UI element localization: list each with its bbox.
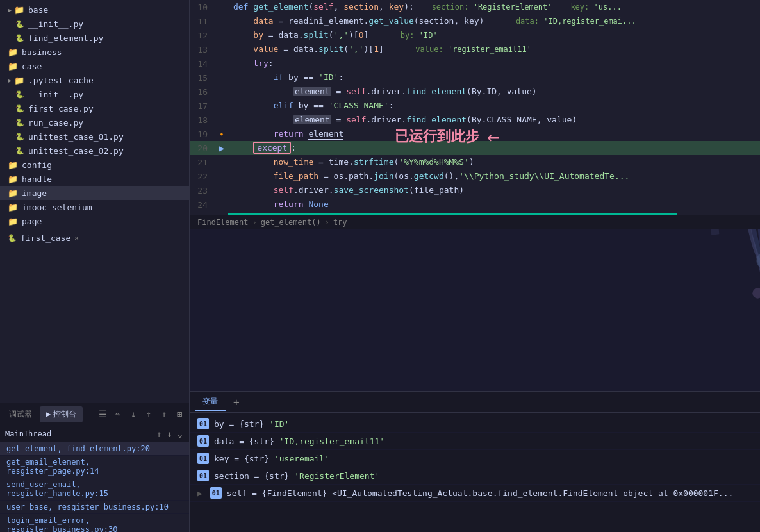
line-number: 17 (190, 101, 215, 111)
sidebar-item-label: first_case (21, 233, 70, 243)
thread-up-btn[interactable]: ↑ (155, 429, 163, 439)
line-number: 15 (190, 73, 215, 83)
call-item[interactable]: get_email_element, resgister_page.py:14 (0, 456, 189, 478)
line-number: 20 (190, 144, 215, 153)
sidebar-item-label: base (28, 5, 48, 15)
close-icon[interactable]: ✕ (74, 234, 79, 242)
var-expand-arrow[interactable]: ▶ (197, 488, 202, 498)
var-item-data[interactable]: 01 data = {str} 'ID,register_email11' (190, 433, 760, 450)
line-number: 23 (190, 186, 215, 195)
svg-point-1 (756, 253, 760, 268)
list-icon-btn[interactable]: ☰ (95, 407, 110, 421)
sidebar-item-unittest-01[interactable]: 🐍 unittest_case_01.py (0, 129, 189, 144)
sidebar-item-image[interactable]: 📁 image (0, 186, 189, 200)
sidebar-item-config[interactable]: 📁 config (0, 158, 189, 172)
breadcrumb-item[interactable]: FindElement (197, 218, 248, 227)
code-line-16: 16 element = self.driver.find_element(By… (190, 85, 760, 99)
breakpoint-icon: 🔸 (217, 130, 226, 138)
code-line-13: 13 value = data.split(',')[1] value: 're… (190, 42, 760, 56)
code-lines: 10 def get_element(self, section, key): … (190, 0, 760, 215)
call-item[interactable]: get_element, find_element.py:20 (0, 442, 189, 456)
thread-arrows: ↑ ↓ ⌄ (155, 429, 184, 439)
python-icon: 🐍 (15, 147, 24, 155)
sidebar-item-page[interactable]: 📁 page (0, 214, 189, 228)
console-tab-label: 控制台 (53, 409, 76, 420)
sidebar-item-handle[interactable]: 📁 handle (0, 172, 189, 186)
sidebar-item-label: imooc_selenium (22, 203, 92, 212)
sidebar-item-first-case-py[interactable]: 🐍 first_case.py (0, 101, 189, 115)
line-number: 12 (190, 31, 215, 40)
code-line-22: 22 file_path = os.path.join(os.getcwd(),… (190, 169, 760, 183)
call-item[interactable]: login_email_error, resgister_business.py… (0, 514, 189, 532)
debugger-tab[interactable]: 调试器 (3, 406, 38, 422)
call-item-label: user_base, resgister_business.py:10 (6, 503, 169, 511)
var-item-by[interactable]: 01 by = {str} 'ID' (190, 415, 760, 433)
bottom-panel: 变量 + 01 by = {str} 'ID' 01 data = {str} … (190, 391, 760, 532)
bottom-tab-bar: 变量 + (190, 392, 760, 413)
line-number: 14 (190, 59, 215, 69)
var-name: data = {str} 'ID,register_email11' (214, 436, 384, 446)
step-back-btn[interactable]: ↑ (157, 407, 171, 421)
code-line-12: 12 by = data.split(',')[0] by: 'ID' (190, 28, 760, 42)
current-line-icon: ▶ (219, 143, 224, 153)
step-out-btn[interactable]: ↑ (142, 407, 156, 421)
python-icon: 🐍 (15, 133, 24, 141)
var-type-icon: 01 (210, 487, 222, 499)
main-area: 10 def get_element(self, section, key): … (190, 0, 760, 532)
var-type-icon: 01 (197, 453, 209, 464)
console-tab[interactable]: ▶ 控制台 (40, 406, 83, 422)
var-name: self = {FindElement} <UI_AutomatedTestin… (227, 488, 734, 498)
python-icon: 🐍 (15, 104, 24, 113)
sidebar-item-imooc-selenium[interactable]: 📁 imooc_selenium (0, 200, 189, 214)
var-type-icon: 01 (197, 418, 209, 429)
sidebar-item-first-case-tab[interactable]: 🐍 first_case ✕ (0, 231, 189, 245)
step-over-btn[interactable]: ↷ (111, 407, 125, 421)
code-line-10: 10 def get_element(self, section, key): … (190, 0, 760, 14)
svg-point-2 (752, 288, 760, 298)
sidebar-item-label: business (22, 47, 62, 57)
line-number: 19 (190, 129, 215, 139)
sidebar-item-pytest-cache[interactable]: ▶ 📁 .pytest_cache (0, 73, 189, 87)
step-into-btn[interactable]: ↓ (126, 407, 140, 421)
call-item[interactable]: user_base, resgister_business.py:10 (0, 501, 189, 514)
thread-expand-btn[interactable]: ⌄ (176, 429, 184, 439)
code-line-14: 14 try: (190, 56, 760, 71)
code-content: data = readini_element.get_value(section… (228, 14, 760, 28)
sidebar-item-base[interactable]: ▶ 📁 base (0, 3, 189, 17)
folder-icon: 📁 (8, 188, 18, 198)
code-content: element = self.driver.find_element(By.CL… (228, 113, 760, 127)
bottom-content: 01 by = {str} 'ID' 01 data = {str} 'ID,r… (190, 413, 760, 532)
code-editor: 10 def get_element(self, section, key): … (190, 0, 760, 229)
folder-icon: 📁 (8, 174, 18, 184)
run-to-cursor-btn[interactable]: ⊞ (172, 407, 186, 421)
breadcrumb-item[interactable]: get_element() (261, 218, 321, 227)
line-gutter: 🔸 (215, 130, 228, 138)
python-icon: 🐍 (15, 90, 24, 99)
line-number: 22 (190, 172, 215, 181)
sidebar-item-business[interactable]: 📁 business (0, 45, 189, 59)
editor-wrapper: 10 def get_element(self, section, key): … (190, 0, 760, 391)
sidebar-item-label: find_element.py (28, 33, 103, 43)
breadcrumb-item[interactable]: try (333, 218, 347, 227)
var-item-section[interactable]: 01 section = {str} 'RegisterElement' (190, 467, 760, 485)
code-line-15: 15 if by == 'ID': (190, 71, 760, 85)
sidebar-item-run-case-py[interactable]: 🐍 run_case.py (0, 115, 189, 129)
folder-icon: 📁 (8, 62, 18, 71)
tab-variables[interactable]: 变量 (195, 394, 226, 411)
call-item[interactable]: send_user_email, resgister_handle.py:15 (0, 478, 189, 501)
add-watch-btn[interactable]: + (228, 396, 245, 408)
sidebar-item-case[interactable]: 📁 case (0, 59, 189, 73)
var-item-self[interactable]: ▶ 01 self = {FindElement} <UI_AutomatedT… (190, 485, 760, 502)
var-item-key[interactable]: 01 key = {str} 'useremail' (190, 450, 760, 467)
line-gutter: ▶ (215, 143, 228, 153)
thread-down-btn[interactable]: ↓ (165, 429, 173, 439)
sidebar-item-unittest-02[interactable]: 🐍 unittest_case_02.py (0, 144, 189, 158)
sidebar-item-init-py2[interactable]: 🐍 __init__.py (0, 87, 189, 101)
sidebar-item-init-py[interactable]: 🐍 __init__.py (0, 17, 189, 31)
sidebar-item-label: unittest_case_02.py (28, 146, 124, 156)
sidebar-item-find-element-py[interactable]: 🐍 find_element.py (0, 31, 189, 45)
file-tree: ▶ 📁 base 🐍 __init__.py 🐍 find_element.py… (0, 0, 189, 403)
call-item-label: get_email_element, resgister_page.py:14 (6, 458, 99, 476)
python-icon: 🐍 (15, 34, 24, 42)
code-content: element = self.driver.find_element(By.ID… (228, 85, 760, 99)
